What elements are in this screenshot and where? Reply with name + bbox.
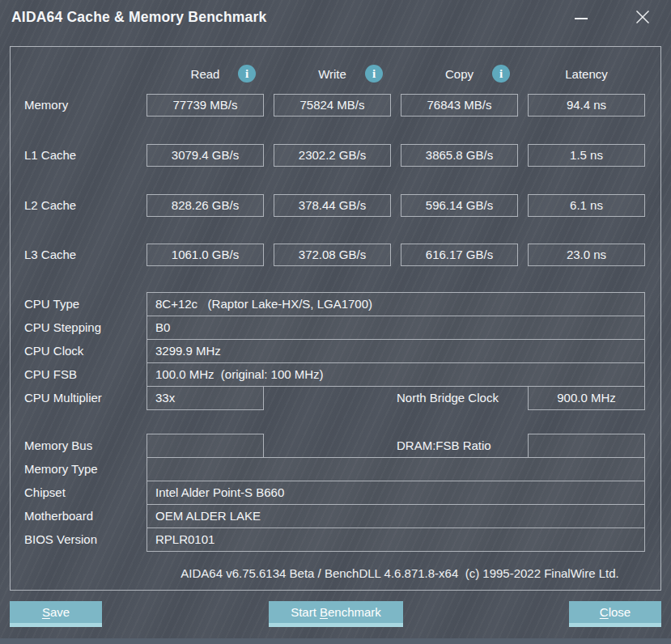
start-benchmark-button[interactable]: Start Benchmark	[269, 601, 403, 627]
copy-info-icon[interactable]: i	[492, 65, 510, 83]
version-text: AIDA64 v6.75.6134 Beta / BenchDLL 4.6.87…	[147, 566, 653, 580]
row-label-memory-type: Memory Type	[24, 461, 98, 477]
column-header-latency: Latency	[528, 66, 645, 83]
start-label-pre: Start	[291, 605, 320, 619]
memory-write-value: 75824 MB/s	[274, 94, 391, 117]
close-button[interactable]: Close	[569, 601, 661, 627]
l2-write-value: 378.44 GB/s	[274, 194, 391, 217]
close-icon	[635, 10, 650, 24]
column-header-copy: Copy i	[401, 66, 518, 83]
row-label-l3-cache: L3 Cache	[24, 247, 76, 263]
dram-fsb-ratio-value	[528, 434, 645, 458]
read-info-icon[interactable]: i	[238, 65, 256, 83]
column-header-write-label: Write	[318, 67, 346, 81]
l3-write-value: 372.08 GB/s	[274, 244, 391, 266]
row-label-memory-bus: Memory Bus	[24, 438, 92, 454]
minimize-icon	[575, 18, 588, 19]
l2-copy-value: 596.14 GB/s	[401, 194, 518, 217]
write-info-icon[interactable]: i	[365, 65, 383, 83]
row-label-cpu-multiplier: CPU Multiplier	[24, 390, 102, 406]
minimize-button[interactable]	[570, 8, 592, 29]
l2-read-value: 828.26 GB/s	[147, 194, 264, 217]
row-label-bios-version: BIOS Version	[24, 532, 97, 548]
l1-read-value: 3079.4 GB/s	[147, 144, 264, 167]
cpu-stepping-value: B0	[147, 316, 645, 340]
l3-read-value: 1061.0 GB/s	[147, 244, 264, 266]
row-label-memory: Memory	[24, 97, 68, 113]
start-label-accel: B	[320, 605, 328, 619]
row-label-motherboard: Motherboard	[24, 508, 93, 524]
cpu-type-value: 8C+12c (Raptor Lake-HX/S, LGA1700)	[147, 292, 645, 316]
row-label-cpu-clock: CPU Clock	[24, 343, 83, 359]
cpu-multiplier-value: 33x	[147, 386, 264, 410]
column-header-read-label: Read	[191, 67, 220, 81]
north-bridge-clock-value: 900.0 MHz	[528, 386, 645, 410]
memory-latency-value: 94.4 ns	[528, 94, 645, 117]
l3-copy-value: 616.17 GB/s	[401, 244, 518, 266]
column-header-copy-label: Copy	[445, 67, 474, 81]
window-bottom-strip	[0, 638, 671, 644]
row-label-cpu-fsb: CPU FSB	[24, 366, 77, 383]
chipset-value: Intel Alder Point-S B660	[147, 481, 645, 505]
row-label-cpu-type: CPU Type	[24, 296, 79, 312]
save-button[interactable]: Save	[10, 601, 102, 627]
l1-write-value: 2302.2 GB/s	[274, 144, 391, 167]
column-header-write: Write i	[274, 66, 391, 83]
close-label-post: lose	[609, 605, 631, 619]
titlebar-close-button[interactable]	[631, 6, 654, 28]
l3-latency-value: 23.0 ns	[528, 244, 645, 266]
memory-read-value: 77739 MB/s	[147, 94, 264, 117]
window-title: AIDA64 Cache & Memory Benchmark	[11, 9, 266, 26]
row-label-l1-cache: L1 Cache	[24, 147, 76, 163]
l2-latency-value: 6.1 ns	[528, 194, 645, 217]
row-label-l2-cache: L2 Cache	[24, 197, 76, 214]
save-label-accel: S	[42, 605, 50, 619]
save-label-post: ave	[50, 605, 70, 619]
memory-copy-value: 76843 MB/s	[401, 94, 518, 117]
dram-fsb-ratio-label: DRAM:FSB Ratio	[397, 434, 491, 458]
north-bridge-clock-label: North Bridge Clock	[397, 386, 499, 410]
bios-version-value: RPLR0101	[147, 527, 645, 552]
row-label-chipset: Chipset	[24, 485, 66, 501]
memory-bus-value	[147, 434, 264, 458]
l1-copy-value: 3865.8 GB/s	[401, 144, 518, 167]
close-label-accel: C	[600, 605, 609, 619]
cpu-clock-value: 3299.9 MHz	[147, 339, 645, 363]
cpu-fsb-value: 100.0 MHz (original: 100 MHz)	[147, 362, 645, 387]
row-label-cpu-stepping: CPU Stepping	[24, 320, 101, 336]
l1-latency-value: 1.5 ns	[528, 144, 645, 167]
start-label-post: enchmark	[328, 605, 381, 619]
column-header-read: Read i	[147, 66, 264, 83]
motherboard-value: OEM ALDER LAKE	[147, 504, 645, 528]
column-header-latency-label: Latency	[565, 67, 608, 81]
memory-type-value	[147, 457, 645, 481]
